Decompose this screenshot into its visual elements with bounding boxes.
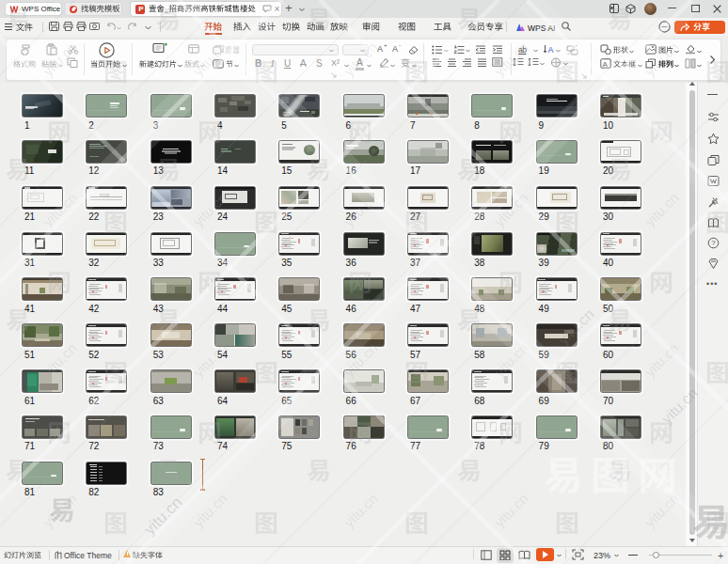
svg-text:A: A: [603, 60, 609, 69]
svg-text:A: A: [548, 45, 554, 55]
svg-text:?: ?: [711, 239, 716, 247]
